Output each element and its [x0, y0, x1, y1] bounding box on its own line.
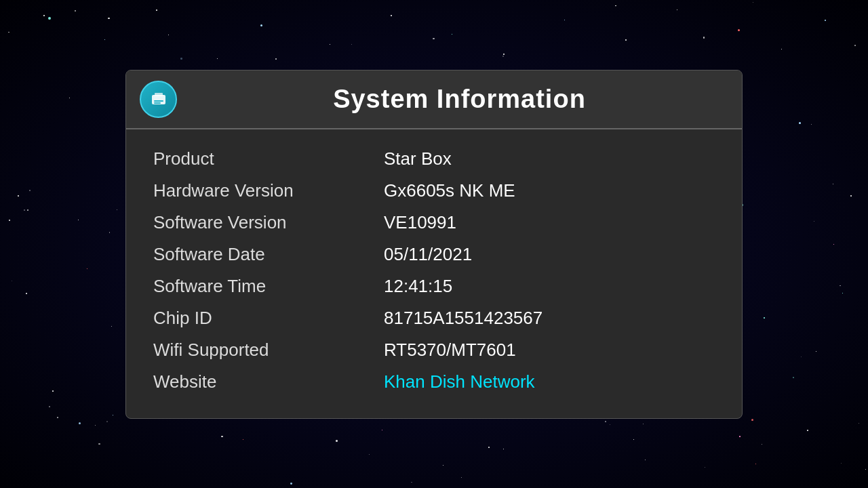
info-label: Software Time — [153, 276, 384, 297]
tool-icon — [148, 88, 170, 110]
info-row: ProductStar Box — [153, 143, 715, 175]
info-value: 05/11/2021 — [384, 244, 472, 265]
info-value: Star Box — [384, 148, 452, 169]
info-row: Chip ID81715A1551423567 — [153, 302, 715, 334]
svg-rect-3 — [154, 102, 161, 104]
dialog-overlay: System Information ProductStar BoxHardwa… — [0, 0, 868, 488]
info-row: Software Time12:41:15 — [153, 270, 715, 302]
info-label: Wifi Supported — [153, 340, 384, 361]
info-label: Chip ID — [153, 308, 384, 329]
info-value: 81715A1551423567 — [384, 308, 542, 329]
dialog-header: System Information — [126, 70, 742, 129]
info-value: VE10991 — [384, 212, 456, 233]
info-value: RT5370/MT7601 — [384, 340, 516, 361]
info-value: Gx6605s NK ME — [384, 180, 515, 201]
info-value[interactable]: Khan Dish Network — [384, 371, 535, 392]
info-row: WebsiteKhan Dish Network — [153, 366, 715, 398]
dialog-icon — [140, 81, 177, 118]
info-label: Website — [153, 371, 384, 392]
info-value: 12:41:15 — [384, 276, 452, 297]
info-label: Hardware Version — [153, 180, 384, 201]
system-info-dialog: System Information ProductStar BoxHardwa… — [125, 70, 743, 419]
info-row: Software VersionVE10991 — [153, 207, 715, 239]
info-label: Product — [153, 148, 384, 169]
info-row: Software Date05/11/2021 — [153, 239, 715, 270]
info-label: Software Version — [153, 212, 384, 233]
svg-rect-1 — [155, 93, 163, 96]
dialog-title: System Information — [191, 85, 728, 114]
info-label: Software Date — [153, 244, 384, 265]
info-row: Hardware VersionGx6605s NK ME — [153, 175, 715, 207]
svg-rect-2 — [154, 100, 163, 102]
info-row: Wifi SupportedRT5370/MT7601 — [153, 334, 715, 366]
dialog-body: ProductStar BoxHardware VersionGx6605s N… — [126, 129, 742, 418]
